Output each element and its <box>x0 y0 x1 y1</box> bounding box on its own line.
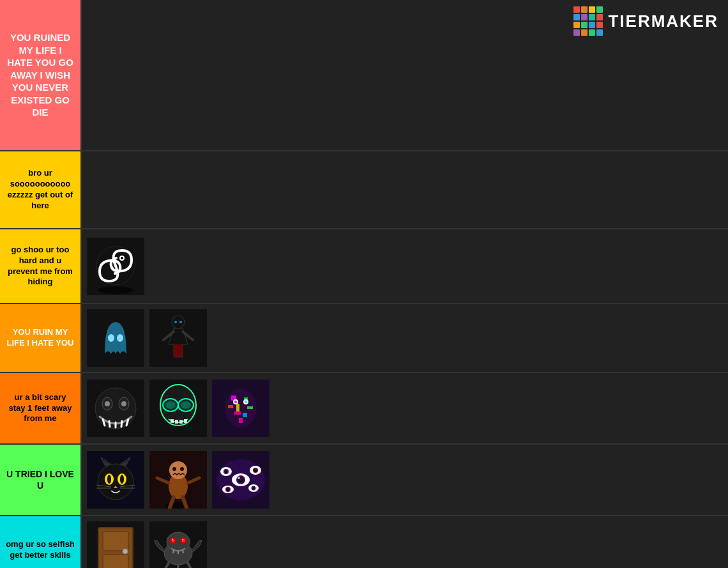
svg-rect-26 <box>175 420 178 424</box>
logo-cell <box>589 14 595 20</box>
svg-point-87 <box>225 470 227 472</box>
svg-rect-35 <box>236 404 239 411</box>
logo-cell <box>596 22 603 28</box>
tier-label-text-1: YOU RUINED MY LIFE I HATE YOU GO AWAY I … <box>5 31 75 119</box>
logo-cell <box>573 14 580 20</box>
svg-point-41 <box>234 401 237 403</box>
tier-label-text-3: go shoo ur too hard and u prevent me fro… <box>5 245 75 288</box>
tier-row-5: ur a bit scary stay 1 feet away from me <box>0 373 728 445</box>
svg-line-104 <box>173 549 174 553</box>
tier-label-text-4: YOU RUIN MY LIFE I HATE YOU <box>5 327 75 349</box>
svg-point-85 <box>252 487 255 489</box>
tier-item-ghost <box>87 309 144 367</box>
tier-item-colorful <box>212 380 269 437</box>
logo-cell <box>573 6 580 13</box>
tier-label-4: YOU RUIN MY LIFE I HATE YOU <box>0 304 80 372</box>
logo-cell <box>589 6 595 13</box>
svg-point-9 <box>172 316 185 328</box>
svg-rect-25 <box>171 419 174 423</box>
catdemon-svg <box>87 451 144 509</box>
logo-cell <box>596 29 603 36</box>
svg-point-17 <box>121 401 126 406</box>
logo-container: TiERMAKER <box>573 6 718 36</box>
tier-content-4 <box>80 304 728 372</box>
tier-item-swirl <box>87 238 144 295</box>
tier-label-1: YOU RUINED MY LIFE I HATE YOU GO AWAY I … <box>0 0 80 150</box>
logo-cell <box>573 22 580 28</box>
svg-rect-92 <box>103 555 128 568</box>
tiermaker-app: TiERMAKER YOU RUINED MY LIFE I HATE YOU … <box>0 0 728 568</box>
svg-point-7 <box>117 334 123 342</box>
svg-point-22 <box>165 401 176 409</box>
logo-cell <box>581 6 588 13</box>
ghost-svg <box>87 309 144 367</box>
logo-cell <box>589 29 595 36</box>
tier-item-ghostface <box>149 380 207 437</box>
tier-item-door <box>87 521 144 568</box>
tier-item-eyeball <box>212 451 269 509</box>
svg-rect-33 <box>234 411 241 415</box>
svg-point-102 <box>172 539 173 540</box>
logo-cell <box>573 29 580 36</box>
logo-cell <box>581 29 588 36</box>
crabmonster-svg <box>149 521 207 568</box>
logo-cell <box>596 14 603 20</box>
svg-rect-28 <box>184 419 187 423</box>
tier-content-2 <box>80 151 728 228</box>
svg-point-11 <box>179 321 182 323</box>
grinface-svg <box>87 380 144 437</box>
svg-rect-34 <box>243 413 247 417</box>
svg-point-42 <box>245 401 247 403</box>
svg-point-93 <box>123 549 128 554</box>
svg-point-65 <box>180 467 184 471</box>
ghostface-svg <box>149 380 207 437</box>
tier-label-text-5: ur a bit scary stay 1 feet away from me <box>5 392 75 425</box>
svg-point-6 <box>108 334 114 342</box>
tier-row-7: omg ur so selfish get better skills <box>0 516 728 568</box>
tier-label-3: go shoo ur too hard and u prevent me fro… <box>0 229 80 303</box>
tier-label-6: U TRIED I LOVE U <box>0 445 80 515</box>
door-svg <box>87 521 144 568</box>
svg-point-10 <box>174 321 177 323</box>
scarecrow-svg <box>149 451 207 509</box>
svg-point-52 <box>120 475 124 484</box>
svg-point-48 <box>98 464 133 500</box>
darkfigure-svg <box>149 309 207 367</box>
svg-rect-27 <box>179 420 183 424</box>
svg-point-88 <box>255 469 256 470</box>
tier-row-3: go shoo ur too hard and u prevent me fro… <box>0 229 728 304</box>
logo-cell <box>581 14 588 20</box>
svg-point-1 <box>98 286 133 294</box>
svg-rect-36 <box>228 405 233 408</box>
logo-cell <box>589 22 595 28</box>
logo-cell <box>581 22 588 28</box>
tier-item-grinface <box>87 380 144 437</box>
tier-label-5: ur a bit scary stay 1 feet away from me <box>0 373 80 443</box>
svg-point-86 <box>240 479 242 480</box>
tier-row-6: U TRIED I LOVE U <box>0 445 728 516</box>
tier-item-catdemon <box>87 451 144 509</box>
logo-text: TiERMAKER <box>608 12 718 31</box>
svg-point-51 <box>107 475 111 484</box>
tier-label-text-2: bro ur sooooooooooo ezzzzz get out of he… <box>5 168 75 211</box>
eyeball-svg <box>212 451 269 509</box>
tier-row-4: YOU RUIN MY LIFE I HATE YOU <box>0 304 728 373</box>
tier-label-2: bro ur sooooooooooo ezzzzz get out of he… <box>0 151 80 228</box>
logo-grid <box>573 6 603 36</box>
colorful-svg <box>212 380 269 437</box>
svg-point-4 <box>121 257 123 259</box>
tier-label-7: omg ur so selfish get better skills <box>0 516 80 568</box>
svg-point-103 <box>182 539 183 540</box>
tier-content-5 <box>80 373 728 443</box>
svg-point-97 <box>167 532 190 551</box>
tier-row-2: bro ur sooooooooooo ezzzzz get out of he… <box>0 151 728 229</box>
tier-content-3 <box>80 229 728 303</box>
svg-point-23 <box>181 401 191 409</box>
svg-point-64 <box>172 467 176 471</box>
svg-point-73 <box>238 477 240 479</box>
svg-point-82 <box>227 488 229 491</box>
svg-rect-37 <box>247 406 253 409</box>
svg-line-106 <box>183 549 183 553</box>
tier-item-crabmonster <box>149 521 207 568</box>
svg-rect-91 <box>103 532 128 551</box>
